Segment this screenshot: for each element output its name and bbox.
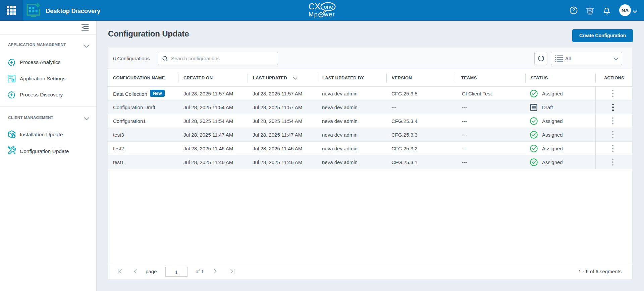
svg-text:one: one — [324, 4, 333, 10]
svg-text:CX: CX — [309, 2, 320, 11]
svg-text:wer: wer — [324, 11, 335, 18]
svg-text:Mp: Mp — [309, 11, 318, 18]
